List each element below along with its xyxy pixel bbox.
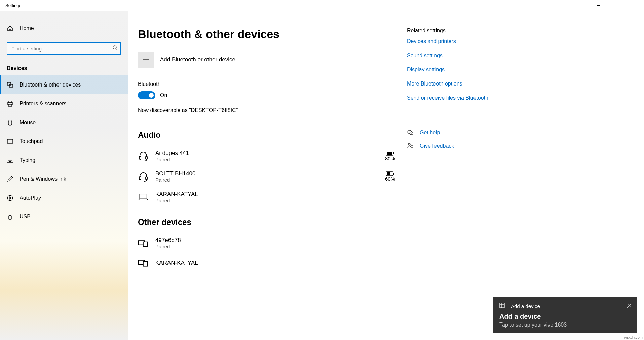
get-help-link[interactable]: ? Get help bbox=[407, 129, 634, 136]
minimize-button[interactable] bbox=[590, 0, 608, 11]
notification-toast[interactable]: Add a device Add a device Tap to set up … bbox=[493, 297, 637, 333]
link-devices-printers[interactable]: Devices and printers bbox=[407, 38, 634, 44]
svg-point-4 bbox=[113, 46, 116, 49]
minimize-icon bbox=[597, 5, 600, 6]
svg-rect-42 bbox=[143, 262, 147, 266]
device-row-airdopes[interactable]: Airdopes 441 Paired 80% bbox=[138, 146, 400, 166]
autoplay-icon bbox=[7, 195, 13, 201]
close-icon bbox=[627, 304, 631, 308]
nav-label: Printers & scanners bbox=[20, 101, 67, 107]
nav-pen-ink[interactable]: Pen & Windows Ink bbox=[0, 170, 128, 189]
nav-label: Typing bbox=[20, 157, 35, 163]
nav-touchpad[interactable]: Touchpad bbox=[0, 132, 128, 151]
svg-rect-40 bbox=[143, 242, 147, 246]
battery-icon bbox=[386, 151, 394, 156]
device-row-karan-audio[interactable]: KARAN-KATYAL Paired bbox=[138, 187, 400, 207]
nav-usb[interactable]: USB bbox=[0, 207, 128, 226]
bluetooth-devices-icon bbox=[7, 81, 13, 88]
svg-rect-24 bbox=[9, 214, 11, 216]
close-button[interactable] bbox=[626, 0, 644, 11]
svg-rect-8 bbox=[8, 101, 12, 103]
nav-label: USB bbox=[20, 214, 31, 220]
search-input[interactable] bbox=[7, 42, 121, 55]
svg-marker-23 bbox=[9, 197, 11, 199]
pen-icon bbox=[7, 176, 13, 182]
svg-rect-48 bbox=[500, 303, 504, 308]
link-more-bluetooth[interactable]: More Bluetooth options bbox=[407, 81, 634, 87]
nav-label: AutoPlay bbox=[20, 195, 41, 201]
discoverable-text: Now discoverable as "DESKTOP-T6II8IC" bbox=[138, 107, 400, 113]
touchpad-icon bbox=[7, 138, 13, 145]
headset-icon bbox=[138, 151, 149, 162]
toast-subtext: Tap to set up your vivo 1603 bbox=[499, 322, 631, 328]
device-row-karan-other[interactable]: KARAN-KATYAL bbox=[138, 253, 400, 272]
nav-mouse[interactable]: Mouse bbox=[0, 113, 128, 132]
device-status: Paired bbox=[155, 177, 380, 183]
maximize-button[interactable] bbox=[608, 0, 626, 11]
help-label: Get help bbox=[420, 130, 440, 136]
nav-label: Pen & Windows Ink bbox=[20, 176, 66, 182]
nav-bluetooth-devices[interactable]: Bluetooth & other devices bbox=[0, 75, 128, 94]
battery-percent: 60% bbox=[385, 176, 395, 182]
toast-close-button[interactable] bbox=[627, 303, 631, 309]
headset-icon bbox=[138, 171, 149, 182]
device-name: BOLTT BH1400 bbox=[155, 170, 380, 177]
titlebar: Settings bbox=[0, 0, 644, 11]
home-nav[interactable]: Home bbox=[0, 20, 128, 36]
device-status: Paired bbox=[155, 198, 400, 203]
link-sound-settings[interactable]: Sound settings bbox=[407, 53, 634, 59]
other-devices-group-header: Other devices bbox=[138, 217, 400, 227]
keyboard-icon bbox=[7, 157, 13, 164]
battery-icon bbox=[386, 171, 394, 176]
nav-label: Mouse bbox=[20, 120, 36, 126]
battery-percent: 80% bbox=[385, 156, 395, 161]
nav-printers-scanners[interactable]: Printers & scanners bbox=[0, 94, 128, 113]
svg-point-18 bbox=[9, 160, 10, 161]
svg-rect-47 bbox=[411, 146, 413, 147]
window-title: Settings bbox=[5, 3, 21, 8]
devices-section-header: Devices bbox=[0, 61, 128, 75]
svg-rect-10 bbox=[8, 104, 12, 106]
svg-rect-16 bbox=[7, 159, 13, 162]
multidevice-icon bbox=[138, 238, 149, 249]
maximize-icon bbox=[615, 4, 618, 7]
toggle-state-label: On bbox=[160, 92, 167, 98]
feedback-label: Give feedback bbox=[420, 143, 454, 149]
page-title: Bluetooth & other devices bbox=[138, 28, 400, 41]
device-name: 497e6b78 bbox=[155, 237, 400, 244]
toggle-thumb bbox=[149, 93, 154, 98]
printer-icon bbox=[7, 100, 13, 107]
add-device-label: Add Bluetooth or other device bbox=[160, 56, 235, 63]
nav-autoplay[interactable]: AutoPlay bbox=[0, 189, 128, 207]
svg-rect-25 bbox=[9, 216, 11, 219]
usb-icon bbox=[7, 213, 13, 220]
link-display-settings[interactable]: Display settings bbox=[407, 67, 634, 73]
home-label: Home bbox=[20, 25, 34, 31]
svg-line-5 bbox=[116, 49, 117, 50]
nav-label: Bluetooth & other devices bbox=[20, 82, 81, 88]
nav-typing[interactable]: Typing bbox=[0, 151, 128, 170]
toast-heading: Add a device bbox=[499, 313, 631, 320]
home-icon bbox=[7, 25, 13, 32]
add-bluetooth-device-button[interactable]: Add Bluetooth or other device bbox=[138, 52, 400, 68]
device-row-497e6b78[interactable]: 497e6b78 Paired bbox=[138, 233, 400, 253]
device-status: Paired bbox=[155, 244, 400, 249]
toast-label: Add a device bbox=[511, 303, 540, 309]
device-name: KARAN-KATYAL bbox=[155, 260, 400, 266]
device-row-boltt[interactable]: BOLTT BH1400 Paired 60% bbox=[138, 166, 400, 187]
bluetooth-label: Bluetooth bbox=[138, 81, 400, 87]
bluetooth-toggle[interactable] bbox=[138, 91, 155, 99]
multidevice-icon bbox=[138, 258, 149, 268]
laptop-icon bbox=[138, 192, 149, 203]
give-feedback-link[interactable]: Give feedback bbox=[407, 143, 634, 149]
audio-group-header: Audio bbox=[138, 130, 400, 140]
link-send-receive-files[interactable]: Send or receive files via Bluetooth bbox=[407, 95, 634, 101]
related-settings-header: Related settings bbox=[407, 28, 634, 34]
svg-point-20 bbox=[11, 160, 12, 161]
mouse-icon bbox=[7, 119, 13, 126]
svg-point-22 bbox=[7, 195, 13, 201]
device-status: Paired bbox=[155, 157, 380, 162]
svg-point-17 bbox=[8, 160, 9, 161]
nav-label: Touchpad bbox=[20, 138, 43, 144]
device-name: Airdopes 441 bbox=[155, 150, 380, 157]
